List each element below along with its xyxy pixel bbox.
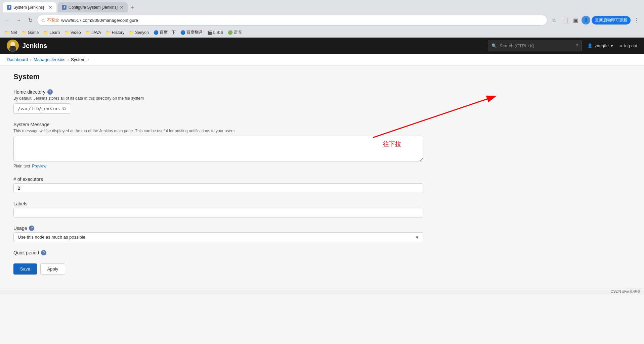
tab2-title: Configure System [Jenkins] <box>69 5 118 10</box>
home-dir-path: /var/lib/jenkins <box>18 106 60 111</box>
logout-icon: ⇥ <box>618 43 622 48</box>
bookmark-star-button[interactable]: ☆ <box>549 15 559 25</box>
search-icon: 🔍 <box>491 43 497 48</box>
apply-button[interactable]: Apply <box>40 263 66 275</box>
address-bar[interactable]: ⚠ 不安全 wwwfe517.com:8080/manage/configure <box>37 15 547 26</box>
preview-link[interactable]: Preview <box>32 164 46 168</box>
browser-controls: ← → ↻ ⚠ 不安全 wwwfe517.com:8080/manage/con… <box>0 13 644 28</box>
security-warning-text: 不安全 <box>47 17 59 23</box>
bookmark-folder-icon: 📁 <box>43 30 48 35</box>
system-message-textarea[interactable] <box>13 136 423 161</box>
username: zangtie <box>595 43 609 48</box>
search-box[interactable]: 🔍 ? <box>488 40 582 51</box>
update-button[interactable]: 重新启动即可更新 <box>592 16 631 24</box>
bookmark-yuque[interactable]: 🟢 语雀 <box>226 29 244 36</box>
bookmark-history[interactable]: 📁 History <box>104 30 126 36</box>
header-logout[interactable]: ⇥ log out <box>618 43 637 48</box>
executors-label: # of executors <box>13 177 457 182</box>
tab-close-button[interactable]: ✕ <box>48 5 52 10</box>
executors-section: # of executors <box>13 177 457 193</box>
browser-titlebar: J System [Jenkins] ✕ J Configure System … <box>0 0 644 13</box>
copy-button[interactable]: ⧉ <box>62 106 66 111</box>
jenkins-app: Jenkins 🔍 ? 👤 zangtie ▾ ⇥ log out Dashbo… <box>0 38 644 344</box>
bookmark-folder-icon: 📁 <box>86 30 91 35</box>
bookmark-folder-icon: 📁 <box>5 30 10 35</box>
new-tab-button[interactable]: + <box>129 4 137 11</box>
labels-label: Labels <box>13 201 457 206</box>
breadcrumb: Dashboard › Manage Jenkins › System › <box>0 54 644 66</box>
system-message-wrapper <box>13 136 423 162</box>
bookmark-history-label: History <box>112 30 124 35</box>
home-directory-desc: By default, Jenkins stores all of its da… <box>13 96 457 101</box>
system-message-label: System Message <box>13 122 457 127</box>
browser-actions: ☆ ⬜ ▣ 👤 重新启动即可更新 ⋮ <box>549 15 641 25</box>
quiet-period-section: Quiet period ? <box>13 250 457 255</box>
home-directory-section: Home directory ? By default, Jenkins sto… <box>13 89 457 114</box>
profile-button[interactable]: 👤 <box>582 16 590 24</box>
status-text: CSDN @蓝影铁哥 <box>611 289 641 294</box>
bookmark-learn-label: Learn <box>49 30 60 35</box>
bookmark-folder-icon: 📁 <box>106 30 111 35</box>
reload-button[interactable]: ↻ <box>26 15 35 25</box>
tab-favicon: J <box>7 5 11 10</box>
bookmark-net-label: Net <box>11 30 17 35</box>
bookmark-net[interactable]: 📁 Net <box>3 30 19 36</box>
page-title: System <box>13 72 457 81</box>
usage-help-icon[interactable]: ? <box>29 226 34 231</box>
bookmarks-bar: 📁 Net 📁 Game 📁 Learn 📁 Video 📁 JAVA 📁 Hi… <box>0 28 644 38</box>
menu-button[interactable]: ⋮ <box>632 15 641 25</box>
inactive-tab[interactable]: J Configure System [Jenkins] ✕ <box>58 2 128 12</box>
form-buttons: Save Apply <box>13 263 457 275</box>
bookmark-game[interactable]: 📁 Game <box>20 30 41 36</box>
tab2-close-button[interactable]: ✕ <box>120 5 124 10</box>
jenkins-logo[interactable]: Jenkins <box>7 40 47 52</box>
usage-label: Usage ? <box>13 226 457 231</box>
bookmark-bilibili[interactable]: 🎬 bilibili <box>205 30 225 36</box>
jenkins-logo-text: Jenkins <box>22 42 47 50</box>
user-icon: 👤 <box>587 43 593 48</box>
bookmark-folder-icon: 📁 <box>129 30 134 35</box>
home-directory-help-icon[interactable]: ? <box>47 89 53 95</box>
breadcrumb-sep-1: › <box>30 57 32 62</box>
baidu-icon: 🔵 <box>154 30 159 35</box>
bookmark-translate[interactable]: 🔵 百度翻译 <box>178 29 205 36</box>
extensions-button[interactable]: ⬜ <box>560 15 569 25</box>
header-user[interactable]: 👤 zangtie ▾ <box>587 43 613 48</box>
bookmark-baidu[interactable]: 🔵 百度一下 <box>152 29 178 36</box>
bookmark-video[interactable]: 📁 Video <box>62 30 83 36</box>
bookmark-seeyon[interactable]: 📁 Seeyon <box>127 30 151 36</box>
bookmark-learn[interactable]: 📁 Learn <box>41 30 62 36</box>
back-button[interactable]: ← <box>3 15 12 25</box>
breadcrumb-system: System <box>71 57 85 62</box>
tab-title: System [Jenkins] <box>13 5 46 10</box>
labels-section: Labels <box>13 201 457 217</box>
translate-icon: 🔵 <box>180 30 185 35</box>
forward-button[interactable]: → <box>14 15 24 25</box>
logout-label: log out <box>624 43 637 48</box>
bookmark-seeyon-label: Seeyon <box>135 30 149 35</box>
status-bar: CSDN @蓝影铁哥 <box>0 288 644 295</box>
home-directory-value: /var/lib/jenkins ⧉ <box>13 103 70 114</box>
search-input[interactable] <box>500 43 573 48</box>
jenkins-header: Jenkins 🔍 ? 👤 zangtie ▾ ⇥ log out <box>0 38 644 54</box>
labels-input[interactable] <box>13 208 423 217</box>
breadcrumb-dashboard[interactable]: Dashboard <box>7 57 28 62</box>
sidebar-button[interactable]: ▣ <box>571 15 580 25</box>
bookmark-folder-icon: 📁 <box>65 30 70 35</box>
bookmark-translate-label: 百度翻译 <box>186 30 203 35</box>
bookmark-java[interactable]: 📁 JAVA <box>84 30 103 36</box>
bookmark-video-label: Video <box>71 30 81 35</box>
usage-section: Usage ? Use this node as much as possibl… <box>13 226 457 242</box>
usage-select[interactable]: Use this node as much as possible Only b… <box>13 232 423 242</box>
system-message-desc: This message will be displayed at the to… <box>13 129 457 133</box>
bookmark-yuque-label: 语雀 <box>234 30 242 35</box>
system-message-section: System Message This message will be disp… <box>13 122 457 168</box>
active-tab[interactable]: J System [Jenkins] ✕ <box>3 2 56 12</box>
search-help-icon[interactable]: ? <box>576 43 578 48</box>
executors-input[interactable] <box>13 183 423 193</box>
jenkins-logo-image <box>7 40 19 52</box>
quiet-period-help-icon[interactable]: ? <box>41 250 46 255</box>
breadcrumb-sep-3: › <box>87 57 89 62</box>
breadcrumb-manage-jenkins[interactable]: Manage Jenkins <box>34 57 66 62</box>
save-button[interactable]: Save <box>13 263 37 275</box>
